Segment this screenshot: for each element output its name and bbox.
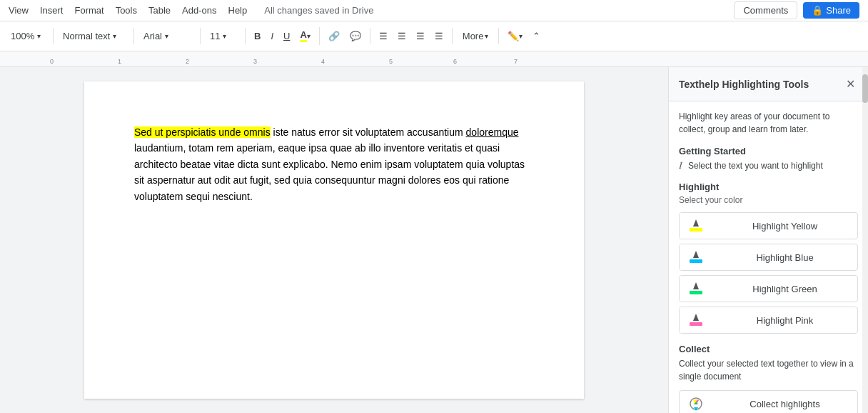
pen-chevron-icon: ▾	[519, 32, 523, 40]
highlight-yellow-button[interactable]: Highlight Yellow	[679, 212, 858, 239]
zoom-select[interactable]: 100% ▾	[6, 28, 49, 44]
toolbar: 100% ▾ Normal text ▾ Arial ▾ 11 ▾ B I U …	[0, 21, 868, 51]
document-link[interactable]: doloremque	[466, 126, 519, 138]
pen-icon: ✏️	[508, 31, 519, 41]
panel-scrollbar[interactable]	[862, 67, 868, 413]
zoom-group: 100% ▾	[6, 28, 54, 44]
top-bar-actions: Comments 🔒 Share	[734, 1, 859, 19]
svg-marker-7	[693, 314, 699, 321]
svg-marker-3	[693, 251, 699, 258]
highlight-a-icon: A	[300, 30, 306, 42]
more-button[interactable]: More ▾	[457, 28, 495, 44]
ruler-mark-0: 0	[50, 58, 54, 65]
ruler-mark-2: 2	[186, 58, 189, 65]
svg-rect-4	[690, 291, 702, 294]
highlight-green-label: Highlight Green	[712, 278, 857, 300]
highlight-color-button[interactable]: A ▾	[296, 27, 314, 45]
highlight-blue-button[interactable]: Highlight Blue	[679, 244, 858, 271]
panel-header: Texthelp Highlighting Tools ✕	[669, 67, 868, 101]
cursor-icon: 𝐼	[679, 159, 682, 171]
menu-view[interactable]: View	[9, 5, 29, 16]
collect-section: Collect Collect your selected text toget…	[679, 344, 858, 413]
size-group: 11 ▾	[205, 28, 246, 44]
format-group: B I U A ▾	[250, 27, 320, 45]
pen-button[interactable]: ✏️ ▾	[503, 28, 527, 44]
menu-addons[interactable]: Add-ons	[182, 5, 216, 16]
justify-button[interactable]: ☰	[430, 28, 448, 44]
collect-title: Collect	[679, 344, 858, 354]
link-button[interactable]: 🔗	[324, 28, 344, 44]
svg-rect-6	[690, 322, 702, 326]
highlight-pink-icon	[688, 312, 704, 328]
link-group: 🔗 💬	[324, 28, 370, 44]
more-group: More ▾	[457, 28, 500, 44]
font-chevron-icon: ▾	[165, 32, 168, 40]
svg-marker-5	[693, 282, 699, 289]
align-right-button[interactable]: ☰	[412, 28, 429, 44]
document-area[interactable]: Sed ut perspiciatis unde omnis iste natu…	[0, 67, 668, 413]
highlight-green-icon-box	[680, 276, 712, 302]
highlight-blue-label: Highlight Blue	[712, 247, 857, 269]
collect-icon	[688, 396, 704, 412]
comments-button[interactable]: Comments	[734, 1, 797, 19]
highlight-blue-icon	[688, 249, 704, 265]
more-chevron-icon: ▾	[485, 32, 488, 40]
panel-close-button[interactable]: ✕	[843, 76, 858, 92]
highlight-green-button[interactable]: Highlight Green	[679, 275, 858, 302]
highlight-yellow-icon	[688, 218, 704, 234]
svg-rect-0	[690, 228, 702, 232]
menu-table[interactable]: Table	[148, 5, 171, 16]
svg-rect-2	[690, 259, 702, 263]
collapse-button[interactable]: ⌃	[528, 28, 545, 44]
font-select[interactable]: Arial ▾	[138, 28, 196, 44]
comment-inline-button[interactable]: 💬	[345, 28, 365, 44]
highlight-pink-button[interactable]: Highlight Pink	[679, 307, 858, 334]
style-group: Normal text ▾	[58, 28, 134, 44]
ruler-mark-7: 7	[514, 58, 518, 65]
underline-button[interactable]: U	[279, 28, 294, 44]
highlight-pink-icon-box	[680, 307, 712, 333]
ruler-track: 0 1 2 3 4 5 6 7	[50, 54, 868, 65]
ruler: 0 1 2 3 4 5 6 7	[0, 51, 868, 67]
italic-button[interactable]: I	[266, 28, 278, 44]
align-center-button[interactable]: ☰	[393, 28, 410, 44]
collect-icon-box	[680, 391, 712, 413]
collect-highlights-button[interactable]: Collect highlights	[679, 390, 858, 413]
zoom-chevron-icon: ▾	[37, 32, 41, 40]
saved-status: All changes saved in Drive	[264, 5, 373, 16]
getting-started-item: 𝐼 Select the text you want to highlight	[679, 159, 858, 171]
main-layout: Sed ut perspiciatis unde omnis iste natu…	[0, 67, 868, 413]
highlight-sub-title: Select your color	[679, 195, 858, 205]
menu-bar: View Insert Format Tools Table Add-ons H…	[9, 5, 373, 16]
bold-button[interactable]: B	[250, 28, 265, 44]
highlight-yellow-icon-box	[680, 213, 712, 239]
panel-scrollbar-thumb	[862, 74, 868, 103]
ruler-mark-6: 6	[453, 58, 457, 65]
getting-started-section: Getting Started 𝐼 Select the text you wa…	[679, 146, 858, 171]
highlight-pink-label: Highlight Pink	[712, 309, 857, 332]
top-bar: View Insert Format Tools Table Add-ons H…	[0, 0, 868, 21]
menu-insert[interactable]: Insert	[40, 5, 64, 16]
share-button[interactable]: 🔒 Share	[803, 2, 859, 19]
size-chevron-icon: ▾	[223, 32, 226, 40]
collect-highlights-label: Collect highlights	[712, 393, 857, 414]
menu-tools[interactable]: Tools	[116, 5, 137, 16]
style-select[interactable]: Normal text ▾	[58, 28, 129, 44]
size-select[interactable]: 11 ▾	[205, 28, 241, 44]
menu-help[interactable]: Help	[228, 5, 248, 16]
highlight-blue-icon-box	[680, 244, 712, 270]
pen-group: ✏️ ▾ ⌃	[503, 28, 549, 44]
align-group: ☰ ☰ ☰ ☰	[375, 28, 453, 44]
align-left-button[interactable]: ☰	[375, 28, 392, 44]
panel-description: Highlight key areas of your document to …	[679, 110, 858, 136]
panel-body: Highlight key areas of your document to …	[669, 101, 868, 413]
lock-icon: 🔒	[812, 5, 823, 16]
menu-format[interactable]: Format	[74, 5, 104, 16]
ruler-mark-4: 4	[321, 58, 325, 65]
ruler-mark-5: 5	[389, 58, 393, 65]
document-paragraph: Sed ut perspiciatis unde omnis iste natu…	[134, 124, 534, 204]
highlight-section-title: Highlight	[679, 181, 858, 192]
font-group: Arial ▾	[138, 28, 201, 44]
ruler-mark-1: 1	[118, 58, 121, 65]
highlight-green-icon	[688, 281, 704, 297]
